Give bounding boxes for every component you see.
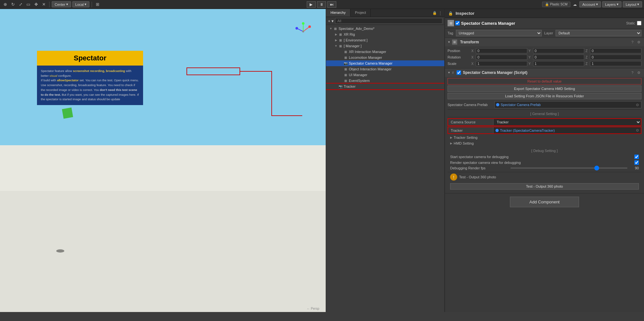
test-warning-icon: ! [450,174,457,181]
debug-section: [ Debug Setting ] Start spectator camera… [448,146,641,172]
test-output-button[interactable]: Test - Output 360 photo [450,183,639,190]
load-json-button[interactable]: Load Setting From JSON File in Resources… [448,93,641,99]
object-name: Spectator Camera Manager [461,21,624,26]
tree-item-tracker[interactable]: 📷 Tracker [326,84,444,89]
y-label: Y [529,49,532,53]
transform-info-icon[interactable]: ? [630,40,635,45]
transform-tool-icon[interactable]: ✥ [33,1,39,8]
position-label: Position [448,49,470,53]
export-hmd-button[interactable]: Export Spectator Camera HMD Setting [448,85,641,92]
custom-tool-icon[interactable]: ✕ [41,1,47,8]
chevron-down-icon: ▾ [596,2,598,6]
green-cube [62,108,73,119]
tab-project[interactable]: Project [350,9,371,17]
transform-title: Transform [460,40,628,44]
debug-render-checkbox[interactable] [634,160,639,165]
rect-tool-icon[interactable]: ▭ [25,1,32,8]
scene-viewport[interactable]: Spectator Spectator feature allow screen… [0,9,326,312]
local-button[interactable]: Local ▾ [72,1,89,7]
spectcam-icon: 📷 [343,61,348,66]
pos-x-input[interactable] [476,48,527,53]
scl-z-input[interactable] [590,61,641,66]
tree-item-environment[interactable]: ▶ ⊞ [ Environment ] [326,37,444,43]
chevron-down-icon: ▾ [85,2,86,6]
account-button[interactable]: Account ▾ [579,1,601,7]
tracker-icon: 📷 [338,84,343,89]
plastic-scm-icon: 🔒 [545,3,549,6]
layer-label: Layer [544,31,553,35]
reset-default-button[interactable]: Reset to default value [448,78,641,85]
layout-button[interactable]: Layout ▾ [623,1,642,7]
tree-item-xr-interaction[interactable]: ⊞ XR Interaction Manager [326,49,444,55]
rot-x-input[interactable] [476,55,527,60]
plastic-scm-button[interactable]: 🔒 Plastic SCM [542,2,570,7]
object-active-checkbox[interactable] [455,21,460,25]
cloud-button[interactable]: ☁ [572,1,578,8]
scale-tool-icon[interactable]: ⤢ [17,1,24,8]
tree-item-ui-manager[interactable]: ⊞ UI Manager [326,72,444,78]
scl-x-input[interactable] [476,61,527,66]
prefab-select-button[interactable]: ⊙ [635,102,640,107]
spectator-text: Spectator feature allow screenshot recor… [37,66,143,105]
tree-arrow-xrrig: ▶ [334,33,338,36]
svg-point-5 [295,27,298,30]
layers-button[interactable]: Layers ▾ [602,1,621,7]
tree-arrow-root: ▼ [329,27,333,30]
xrint-icon: ⊞ [343,49,348,54]
snap-icon[interactable]: ⊞ [94,1,101,8]
loco-icon: ⊞ [343,55,348,60]
pos-y-input[interactable] [533,48,585,53]
tracker-select-button[interactable]: ⊙ [636,128,639,132]
svg-point-4 [302,22,304,25]
pos-z-field: Z [585,48,641,53]
script-component-header[interactable]: ▼ # Spectator Camera Manager (Script) ? … [445,68,644,77]
script-info-icon[interactable]: ? [630,70,635,75]
script-settings-icon[interactable]: ⚙ [636,70,641,75]
tree-item-event-system[interactable]: ⊞ EventSystem [326,78,444,84]
hierarchy-menu-icon[interactable]: ⋮ [438,11,442,15]
add-hierarchy-button[interactable]: + ▾ [328,19,334,23]
script-active-checkbox[interactable] [457,70,461,75]
transform-header[interactable]: ▼ ⊞ Transform ? ⚙ [445,38,644,46]
hierarchy-search-input[interactable] [335,18,442,24]
pause-button[interactable]: ⏸ [317,1,326,8]
scl-y-input[interactable] [533,61,585,66]
rot-y-input[interactable] [533,55,585,60]
camera-source-label: Camera Source [448,119,493,125]
tracker-dot-icon [495,129,499,132]
rot-z-input[interactable] [590,55,641,60]
x-label: X [471,49,475,53]
add-component-button[interactable]: Add Component [510,197,579,207]
play-button[interactable]: ▶ [307,1,316,8]
hmd-setting-row[interactable]: ▶ HMD Setting [448,140,641,146]
sy-label: Y [529,62,532,66]
tree-item-xr-rig[interactable]: ▶ ⊞ XR Rig [326,31,444,37]
transform-settings-icon[interactable]: ⚙ [636,40,641,45]
move-tool-icon[interactable]: ⊕ [2,1,8,8]
camera-source-dropdown[interactable]: Tracker [493,119,641,125]
persp-label: ← Persp [307,307,319,310]
tracker-setting-row[interactable]: ▶ Tracker Setting [448,135,641,140]
tree-item-manager[interactable]: ▼ ⊞ [ Manager ] [326,43,444,49]
rotate-tool-icon[interactable]: ↻ [10,1,16,8]
center-button[interactable]: Center ▾ [52,1,71,7]
layer-dropdown[interactable]: Default [556,30,641,36]
inspector-panel: 🔒 Inspector ⊞ Spectator Camera Manager S… [445,9,644,312]
tag-dropdown[interactable]: Untagged [456,30,542,36]
topbar-right: 🔒 Plastic SCM ☁ Account ▾ Layers ▾ Layou… [542,1,642,8]
hmd-setting-label: HMD Setting [454,141,474,145]
step-button[interactable]: ⏭ [327,1,336,8]
pos-z-input[interactable] [590,48,641,53]
static-checkbox[interactable] [637,21,641,25]
tree-item-locomotion[interactable]: ⊞ Locomotion Manager [326,55,444,60]
tree-item-root[interactable]: ▼ ⊞ Spectator_Adv_Demo* [326,26,444,31]
debug-fps-slider[interactable] [511,167,627,169]
debug-fps-row: Debugging Render fps 90 [450,165,639,171]
tree-item-object-interaction[interactable]: ⊞ Object Interaction Manager [326,66,444,72]
script-title: Spectator Camera Manager (Script) [463,70,628,75]
tree-item-spectator-camera[interactable]: 📷 Spectator Camera Manager [326,60,444,66]
tab-hierarchy[interactable]: Hierarchy [326,9,350,17]
insp-object-row: ⊞ Spectator Camera Manager Static [445,18,644,29]
test-btn-row: Test - Output 360 photo [448,182,641,192]
debug-start-checkbox[interactable] [634,155,639,159]
